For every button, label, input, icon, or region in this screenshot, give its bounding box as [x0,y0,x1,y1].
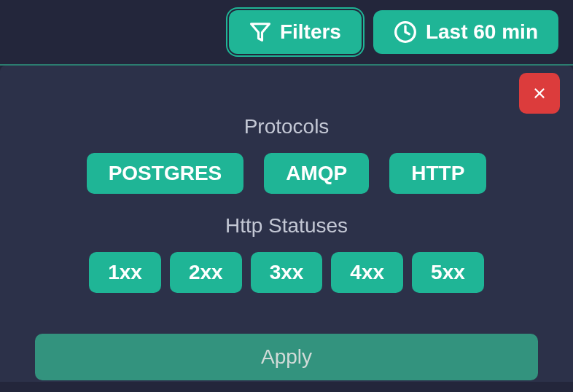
http-statuses-title: Http Statuses [0,214,573,238]
status-chip-5xx[interactable]: 5xx [412,252,484,293]
protocol-chip-postgres[interactable]: POSTGRES [87,153,244,194]
filter-icon [249,21,271,43]
http-statuses-list: 1xx 2xx 3xx 4xx 5xx [0,252,573,293]
header-toolbar: Filters Last 60 min [0,0,573,64]
protocols-title: Protocols [0,115,573,138]
protocols-list: POSTGRES AMQP HTTP [0,153,573,194]
close-icon [531,85,547,101]
filters-button-label: Filters [280,20,341,44]
svg-marker-0 [251,24,269,41]
protocol-chip-http[interactable]: HTTP [389,153,486,194]
close-button[interactable] [519,73,560,114]
status-chip-3xx[interactable]: 3xx [251,252,323,293]
status-chip-1xx[interactable]: 1xx [89,252,161,293]
protocol-chip-amqp[interactable]: AMQP [264,153,369,194]
timerange-button-label: Last 60 min [426,20,538,44]
status-chip-4xx[interactable]: 4xx [331,252,403,293]
filters-button[interactable]: Filters [229,10,362,54]
clock-icon [394,20,417,44]
status-chip-2xx[interactable]: 2xx [170,252,242,293]
apply-button[interactable]: Apply [35,334,538,380]
timerange-button[interactable]: Last 60 min [373,10,558,54]
filters-panel: Protocols POSTGRES AMQP HTTP Http Status… [0,66,573,382]
